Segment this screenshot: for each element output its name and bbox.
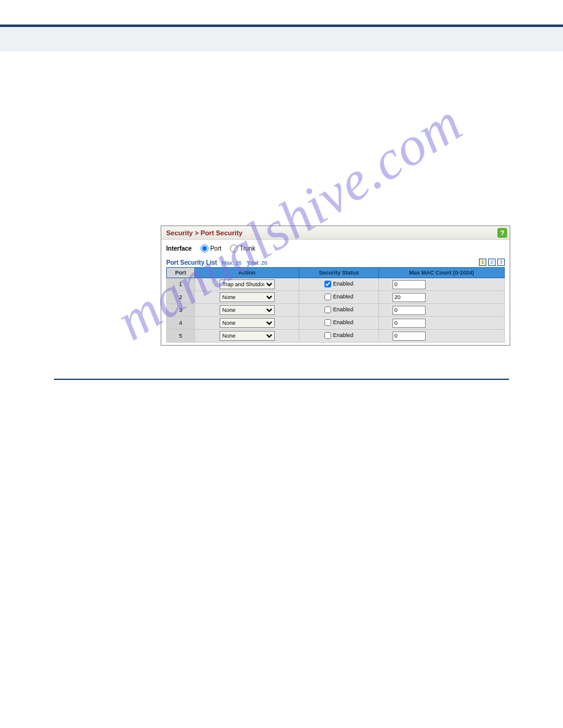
mac-count-input[interactable] [393,293,426,302]
list-total: Total: 26 [247,260,267,266]
cell-action: NoneTrapShutdownTrap and Shutdown [195,330,299,343]
cell-status: Enabled [299,304,379,317]
radio-port-label: Port [210,245,221,252]
port-security-table: Port Action Security Status Max MAC Coun… [166,267,505,343]
interface-row: Interface Port Trunk [166,245,505,252]
radio-trunk-input[interactable] [230,245,238,252]
enabled-checkbox[interactable] [324,319,331,326]
page-box-3[interactable]: 3 [497,259,505,266]
cell-action: NoneTrapShutdownTrap and Shutdown [195,291,299,304]
help-icon[interactable]: ? [497,228,507,238]
cell-port: 2 [167,291,195,304]
pager: 123 [479,259,505,266]
list-max: Max: 26 [222,260,242,266]
enabled-checkbox[interactable] [324,332,331,339]
list-header-row: Port Security List Max: 26 Total: 26 123 [166,259,505,266]
enabled-checkbox[interactable] [324,306,331,313]
cell-status: Enabled [299,317,379,330]
cell-port: 1 [167,278,195,291]
cell-mac [379,278,505,291]
table-row: 1NoneTrapShutdownTrap and ShutdownEnable… [167,278,505,291]
cell-mac [379,330,505,343]
col-header-status: Security Status [299,268,379,278]
enabled-label: Enabled [333,281,353,287]
cell-action: NoneTrapShutdownTrap and Shutdown [195,278,299,291]
panel-title: Security > Port Security [166,229,242,237]
action-select[interactable]: NoneTrapShutdownTrap and Shutdown [220,331,275,341]
table-row: 3NoneTrapShutdownTrap and ShutdownEnable… [167,304,505,317]
enabled-label: Enabled [333,319,353,325]
cell-mac [379,317,505,330]
interface-radio-port[interactable]: Port [201,245,221,252]
cell-status: Enabled [299,278,379,291]
table-row: 2NoneTrapShutdownTrap and ShutdownEnable… [167,291,505,304]
table-body: 1NoneTrapShutdownTrap and ShutdownEnable… [167,278,505,343]
interface-label: Interface [166,245,192,252]
list-header-left: Port Security List Max: 26 Total: 26 [166,259,267,266]
cell-port: 4 [167,317,195,330]
action-select[interactable]: NoneTrapShutdownTrap and Shutdown [220,305,275,315]
mac-count-input[interactable] [393,280,426,289]
enabled-label: Enabled [333,306,353,313]
col-header-mac: Max MAC Count (0-1024) [379,268,505,278]
radio-trunk-label: Trunk [240,245,255,252]
action-select[interactable]: NoneTrapShutdownTrap and Shutdown [220,292,275,302]
mac-count-input[interactable] [393,319,426,328]
action-select[interactable]: NoneTrapShutdownTrap and Shutdown [220,279,275,289]
radio-port-input[interactable] [201,245,209,252]
panel-title-bar: Security > Port Security ? [161,226,510,240]
cell-port: 3 [167,304,195,317]
cell-mac [379,291,505,304]
cell-status: Enabled [299,330,379,343]
mac-count-input[interactable] [393,332,426,341]
panel-body: Interface Port Trunk Port Security List … [161,240,510,345]
enabled-label: Enabled [333,332,353,338]
cell-mac [379,304,505,317]
cell-status: Enabled [299,291,379,304]
table-header-row: Port Action Security Status Max MAC Coun… [167,268,505,278]
list-title: Port Security List [166,259,217,266]
col-header-action: Action [195,268,299,278]
action-select[interactable]: NoneTrapShutdownTrap and Shutdown [220,318,275,328]
header-band [0,27,563,51]
cell-action: NoneTrapShutdownTrap and Shutdown [195,304,299,317]
enabled-checkbox[interactable] [324,294,331,300]
page-box-1[interactable]: 1 [479,259,486,266]
enabled-checkbox[interactable] [324,281,331,287]
bottom-divider [54,379,509,380]
port-security-panel: Security > Port Security ? Interface Por… [161,226,510,346]
cell-action: NoneTrapShutdownTrap and Shutdown [195,317,299,330]
cell-port: 5 [167,330,195,343]
col-header-port: Port [167,268,195,278]
table-row: 5NoneTrapShutdownTrap and ShutdownEnable… [167,330,505,343]
mac-count-input[interactable] [393,306,426,315]
page-box-2[interactable]: 2 [488,259,496,266]
interface-radio-trunk[interactable]: Trunk [230,245,255,252]
enabled-label: Enabled [333,294,353,300]
table-row: 4NoneTrapShutdownTrap and ShutdownEnable… [167,317,505,330]
